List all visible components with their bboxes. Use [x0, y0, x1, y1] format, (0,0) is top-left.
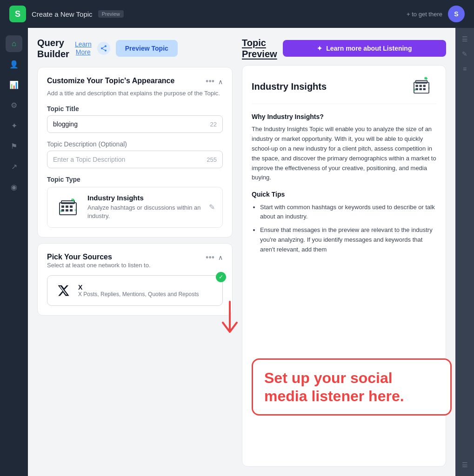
- why-body: The Industry Insights Topic will enable …: [252, 125, 436, 183]
- card-actions: ••• ∧: [206, 77, 223, 86]
- preview-title: Topic Preview: [242, 37, 277, 60]
- topic-title-label: Topic Title: [47, 105, 223, 112]
- learn-listening-button[interactable]: ✦ Learn more about Listening: [283, 40, 446, 57]
- customize-description: Add a title and description that explain…: [47, 89, 223, 98]
- panel-header: Query Builder Learn More Preview Topic: [37, 37, 233, 60]
- callout-text: Set up your social media listener here.: [264, 369, 439, 405]
- sidebar-item-flag[interactable]: ⚑: [6, 138, 22, 154]
- customize-title-text: Customize Your Topic's Appearance: [47, 77, 174, 85]
- x-source-card[interactable]: X X Posts, Replies, Mentions, Quotes and…: [47, 275, 223, 306]
- topic-type-name: Industry Insights: [87, 194, 202, 202]
- sources-card: Pick Your Sources Select at least one ne…: [37, 243, 233, 316]
- svg-rect-21: [416, 88, 418, 90]
- topic-type-info: Industry Insights Analyze hashtags or di…: [87, 194, 202, 220]
- share-icon[interactable]: [97, 42, 110, 55]
- tip-2: Ensure that messages in the preview are …: [260, 225, 436, 254]
- x-source-info: X X Posts, Replies, Mentions, Quotes and…: [78, 284, 199, 298]
- check-badge: ✓: [216, 272, 226, 282]
- svg-rect-22: [420, 88, 422, 90]
- sources-desc: Select at least one network to listen to…: [47, 261, 151, 270]
- topic-title-char-count: 22: [210, 121, 217, 128]
- svg-rect-8: [61, 209, 64, 212]
- tips-list: Start with common hashtags or keywords u…: [260, 203, 436, 255]
- right-icon-1[interactable]: ☰: [462, 35, 468, 43]
- svg-rect-16: [414, 82, 429, 93]
- top-bar-right: + to get there S: [407, 6, 465, 22]
- page-badge: Preview: [98, 10, 124, 18]
- svg-rect-6: [66, 205, 68, 208]
- topic-desc-char-count: 255: [207, 156, 217, 163]
- sidebar-item-home[interactable]: ⌂: [6, 35, 22, 52]
- sidebar-item-star[interactable]: ✦: [6, 117, 22, 134]
- topic-type-desc: Analyze hashtags or discussions within a…: [87, 204, 202, 220]
- preview-building-icon: [408, 75, 436, 98]
- x-logo: [55, 282, 72, 299]
- svg-rect-19: [420, 85, 422, 86]
- svg-rect-9: [66, 209, 68, 212]
- right-icon-2[interactable]: ✎: [462, 50, 467, 58]
- top-action-text: + to get there: [407, 11, 442, 18]
- sidebar-item-settings[interactable]: ⚙: [6, 97, 22, 113]
- panel-title: Query Builder: [37, 37, 69, 60]
- app-logo: S: [9, 6, 26, 22]
- sparkle-icon: ✦: [317, 45, 322, 52]
- topic-title-input-wrapper[interactable]: 22: [47, 115, 223, 133]
- query-builder-panel: Query Builder Learn More Preview Topic C…: [37, 37, 233, 467]
- avatar[interactable]: S: [448, 6, 465, 22]
- topic-desc-input-wrapper[interactable]: Enter a Topic Description 255: [47, 151, 223, 168]
- sources-card-actions: ••• ∧: [206, 253, 223, 263]
- topic-type-section: Topic Type: [47, 176, 223, 227]
- topic-type-icon: [55, 194, 81, 220]
- svg-rect-7: [70, 205, 73, 208]
- svg-rect-23: [423, 88, 426, 90]
- topic-type-card: Industry Insights Analyze hashtags or di…: [47, 187, 223, 227]
- callout-box: Set up your social media listener here.: [252, 358, 452, 416]
- preview-header: Topic Preview ✦ Learn more about Listeni…: [242, 37, 446, 60]
- preview-body: Why Industry Insights? The Industry Insi…: [252, 112, 436, 255]
- collapse-button[interactable]: ∧: [218, 78, 223, 86]
- tip-1: Start with common hashtags or keywords u…: [260, 203, 436, 222]
- topic-desc-section: Topic Description (Optional) Enter a Top…: [47, 140, 223, 168]
- topic-desc-label: Topic Description (Optional): [47, 140, 223, 148]
- sources-dots-button[interactable]: •••: [206, 253, 214, 263]
- dots-menu-button[interactable]: •••: [206, 77, 214, 86]
- sources-card-header: Pick Your Sources Select at least one ne…: [47, 253, 223, 270]
- right-icon-3[interactable]: ≡: [463, 65, 467, 73]
- topic-title-section: Topic Title 22: [47, 105, 223, 133]
- customize-card-header: Customize Your Topic's Appearance ••• ∧: [47, 77, 223, 86]
- customize-card: Customize Your Topic's Appearance ••• ∧ …: [37, 67, 233, 238]
- top-bar: S Create a New Topic Preview + to get th…: [0, 0, 474, 28]
- preview-topic-button[interactable]: Preview Topic: [116, 40, 178, 57]
- preview-card-header: Industry Insights: [252, 75, 436, 104]
- left-sidebar: ⌂ 👤 📊 ⚙ ✦ ⚑ ↗ ◉: [0, 28, 28, 476]
- sources-card-titles: Pick Your Sources Select at least one ne…: [47, 253, 151, 270]
- svg-rect-3: [60, 203, 76, 215]
- sidebar-item-person[interactable]: ◉: [6, 178, 22, 195]
- learn-more-link[interactable]: Learn More: [75, 40, 92, 56]
- learn-listening-label: Learn more about Listening: [326, 45, 412, 52]
- why-title: Why Industry Insights?: [252, 112, 436, 122]
- right-icon-bottom[interactable]: ☰: [462, 461, 468, 469]
- svg-rect-20: [423, 85, 426, 86]
- right-sidebar: ☰ ✎ ≡ ☰: [455, 28, 474, 476]
- x-source-name: X: [78, 284, 199, 291]
- customize-card-title: Customize Your Topic's Appearance: [47, 77, 174, 85]
- page-title: Create a New Topic: [32, 10, 93, 18]
- sidebar-item-users[interactable]: 👤: [6, 56, 22, 73]
- sidebar-item-analytics[interactable]: ↗: [6, 158, 22, 175]
- topic-desc-placeholder: Enter a Topic Description: [53, 156, 125, 163]
- topic-title-input[interactable]: [53, 120, 210, 128]
- sources-collapse-button[interactable]: ∧: [218, 254, 223, 261]
- x-source-desc: X Posts, Replies, Mentions, Quotes and R…: [78, 291, 199, 298]
- svg-rect-10: [70, 209, 73, 212]
- svg-rect-18: [416, 85, 418, 86]
- sidebar-item-chart[interactable]: 📊: [6, 76, 22, 93]
- sources-title: Pick Your Sources: [47, 253, 151, 261]
- quick-tips-title: Quick Tips: [252, 189, 436, 199]
- preview-card-title: Industry Insights: [252, 81, 327, 92]
- edit-type-icon[interactable]: ✎: [209, 203, 215, 212]
- topic-type-label: Topic Type: [47, 176, 223, 183]
- svg-rect-5: [61, 205, 64, 208]
